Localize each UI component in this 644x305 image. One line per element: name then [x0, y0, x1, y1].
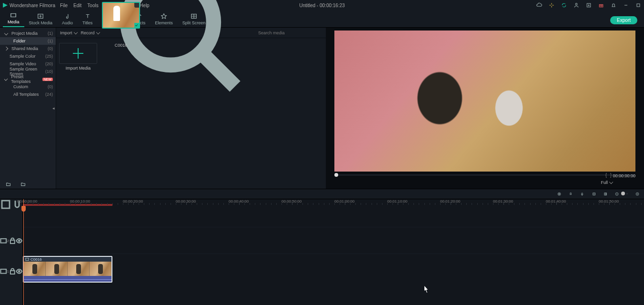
- download-icon[interactable]: [586, 2, 592, 8]
- tab-titles-label: Titles: [82, 20, 92, 25]
- clip-name: C0016: [30, 257, 42, 262]
- tab-audio-label: Audio: [62, 20, 73, 25]
- ruler-active-region: [23, 204, 112, 206]
- export-button[interactable]: Export: [610, 16, 637, 24]
- svg-rect-35: [0, 239, 6, 243]
- tab-audio[interactable]: Audio: [57, 11, 78, 27]
- tab-titles[interactable]: Titles: [78, 11, 97, 27]
- menu-edit[interactable]: Edit: [73, 3, 81, 8]
- quality-dropdown[interactable]: Full: [601, 180, 613, 185]
- folder-icon[interactable]: [20, 182, 26, 187]
- record-icon[interactable]: [557, 192, 561, 196]
- mixer-icon[interactable]: [604, 192, 607, 196]
- lock-icon[interactable]: [9, 237, 16, 244]
- zoom-out-icon[interactable]: [615, 192, 619, 196]
- search-input[interactable]: [258, 30, 313, 35]
- svg-rect-38: [0, 269, 6, 274]
- preview-scrubber[interactable]: { }: [334, 173, 635, 177]
- clip-caption: C0016: [115, 43, 128, 48]
- svg-rect-31: [604, 193, 606, 195]
- tree-label: Project Media: [11, 31, 38, 36]
- tree-all-templates[interactable]: All Templates (24): [0, 91, 56, 98]
- svg-point-40: [19, 271, 20, 272]
- logo-icon: [3, 3, 8, 8]
- svg-rect-29: [582, 193, 583, 195]
- svg-rect-36: [10, 240, 15, 244]
- playhead[interactable]: [23, 199, 24, 305]
- workspace: Project Media (1) Folder (1) Shared Medi…: [0, 28, 644, 189]
- tree-footer: [0, 182, 26, 187]
- gift-icon[interactable]: [598, 2, 604, 8]
- zoom-slider[interactable]: [626, 193, 628, 194]
- new-folder-icon[interactable]: [6, 182, 11, 187]
- tree-sample-color[interactable]: Sample Color (25): [0, 52, 56, 60]
- tracks-area[interactable]: C0016: [23, 208, 644, 305]
- zoom-in-icon[interactable]: [635, 192, 639, 196]
- render-icon[interactable]: [592, 192, 596, 196]
- menu-tools[interactable]: Tools: [87, 3, 98, 8]
- tree-label: Folder: [13, 39, 26, 43]
- tree-shared-media[interactable]: Shared Media (0): [0, 45, 56, 52]
- cloud-icon[interactable]: [536, 2, 542, 8]
- tree-collapse-handle[interactable]: ◂: [52, 106, 56, 111]
- app-logo: Wondershare Filmora: [3, 3, 55, 8]
- tl-tools-right: [557, 192, 639, 196]
- media-icon: [10, 12, 17, 19]
- media-tile-c0016[interactable]: C0016: [102, 43, 140, 48]
- tree-custom[interactable]: Custom (0): [0, 83, 56, 91]
- tree-count: (25): [45, 54, 53, 59]
- refresh-icon[interactable]: [561, 2, 567, 8]
- track-options-icon[interactable]: [0, 199, 11, 210]
- module-tabs: Media Stock Media Audio Titles Transitio…: [0, 10, 644, 28]
- tree-folder[interactable]: Folder (1): [0, 37, 56, 45]
- titles-icon: [84, 13, 91, 20]
- import-tile[interactable]: Import Media: [59, 43, 97, 71]
- svg-rect-39: [10, 271, 15, 274]
- tree-preset-templates[interactable]: Preset TemplatesNEW: [0, 75, 56, 83]
- marker-icon[interactable]: [569, 192, 573, 196]
- project-title: Untitled - 00:00:16:23: [299, 3, 345, 8]
- tree-count: (24): [45, 92, 53, 97]
- add-marker-icon[interactable]: [134, 3, 139, 8]
- tree-project-media[interactable]: Project Media (1): [0, 30, 56, 37]
- tab-media[interactable]: Media: [3, 10, 24, 27]
- clip-thumbnails: [24, 262, 111, 276]
- restore-icon[interactable]: [635, 2, 641, 8]
- chevron-down-icon: [4, 31, 8, 35]
- new-badge: NEW: [42, 78, 53, 81]
- menu-file[interactable]: File: [60, 3, 68, 8]
- timeline-clip-c0016[interactable]: C0016: [23, 256, 112, 283]
- tree-count: (1): [48, 31, 53, 36]
- zoom-knob[interactable]: [621, 192, 625, 195]
- import-thumb[interactable]: [59, 43, 97, 64]
- scrub-knob[interactable]: [334, 173, 338, 177]
- media-tree: Project Media (1) Folder (1) Shared Medi…: [0, 28, 56, 189]
- clip-waveform: [24, 276, 111, 283]
- eye-icon[interactable]: [16, 237, 23, 244]
- lock-icon[interactable]: [9, 268, 16, 275]
- clip-thumb[interactable]: [102, 2, 140, 29]
- tab-stock-media[interactable]: Stock Media: [24, 11, 58, 27]
- eye-icon[interactable]: [16, 268, 23, 275]
- tree-label: Preset Templates: [11, 74, 39, 84]
- user-icon[interactable]: [574, 2, 579, 8]
- tree-count: (0): [48, 46, 53, 51]
- minimize-icon[interactable]: [623, 2, 629, 8]
- chevron-down-icon: [4, 77, 8, 81]
- import-dropdown[interactable]: Import: [60, 30, 77, 35]
- timeline-toolbar: [0, 189, 644, 199]
- video-track-1[interactable]: C0016: [23, 254, 644, 287]
- preview-stage[interactable]: [334, 30, 635, 172]
- svg-point-0: [575, 3, 577, 5]
- time-ruler[interactable]: 00.00:00:0000.00:10:0000.00:20:0000.00:3…: [23, 199, 644, 208]
- sparkle-icon[interactable]: [549, 2, 554, 8]
- tree-label: Custom: [13, 84, 28, 89]
- tree-count: (1): [48, 39, 53, 43]
- record-dropdown[interactable]: Record: [81, 30, 100, 35]
- svg-rect-34: [2, 201, 10, 208]
- voiceover-icon[interactable]: [580, 192, 584, 196]
- svg-point-28: [559, 193, 560, 194]
- bell-icon[interactable]: [611, 2, 616, 8]
- video-track-2[interactable]: [23, 227, 644, 241]
- film-icon: [25, 257, 29, 261]
